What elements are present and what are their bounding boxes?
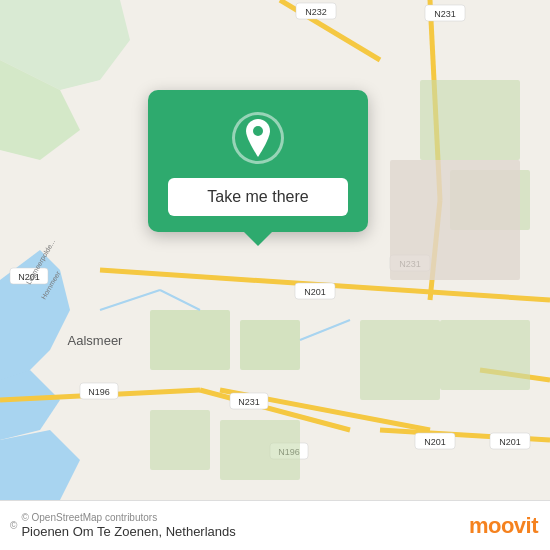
map-background: N232 N231 N201 N231 N201 N196 N231 N201 … — [0, 0, 550, 500]
svg-rect-44 — [390, 160, 520, 280]
footer: © © OpenStreetMap contributors Pioenen O… — [0, 500, 550, 550]
location-pin-icon — [242, 119, 274, 157]
svg-rect-38 — [420, 80, 520, 160]
svg-text:Aalsmeer: Aalsmeer — [68, 333, 124, 348]
svg-rect-41 — [440, 320, 530, 390]
footer-info: © © OpenStreetMap contributors Pioenen O… — [10, 512, 236, 539]
location-name: Pioenen Om Te Zoenen, Netherlands — [21, 524, 235, 539]
svg-text:N196: N196 — [88, 387, 110, 397]
svg-rect-42 — [150, 410, 210, 470]
svg-rect-37 — [240, 320, 300, 370]
location-icon-wrapper — [232, 112, 284, 164]
copyright-text: © OpenStreetMap contributors — [21, 512, 235, 523]
svg-text:N201: N201 — [304, 287, 326, 297]
svg-text:N231: N231 — [434, 9, 456, 19]
svg-rect-36 — [150, 310, 230, 370]
take-me-there-button[interactable]: Take me there — [168, 178, 348, 216]
svg-rect-43 — [220, 420, 300, 480]
copyright-icon: © — [10, 520, 17, 531]
popup-card: Take me there — [148, 90, 368, 232]
map-container: N232 N231 N201 N231 N201 N196 N231 N201 … — [0, 0, 550, 500]
svg-text:N201: N201 — [424, 437, 446, 447]
moovit-logo-text: moovit — [469, 513, 538, 539]
svg-text:N232: N232 — [305, 7, 327, 17]
svg-text:N201: N201 — [499, 437, 521, 447]
svg-rect-40 — [360, 320, 440, 400]
moovit-logo: moovit — [469, 513, 538, 539]
svg-text:N231: N231 — [238, 397, 260, 407]
svg-point-50 — [253, 126, 263, 136]
